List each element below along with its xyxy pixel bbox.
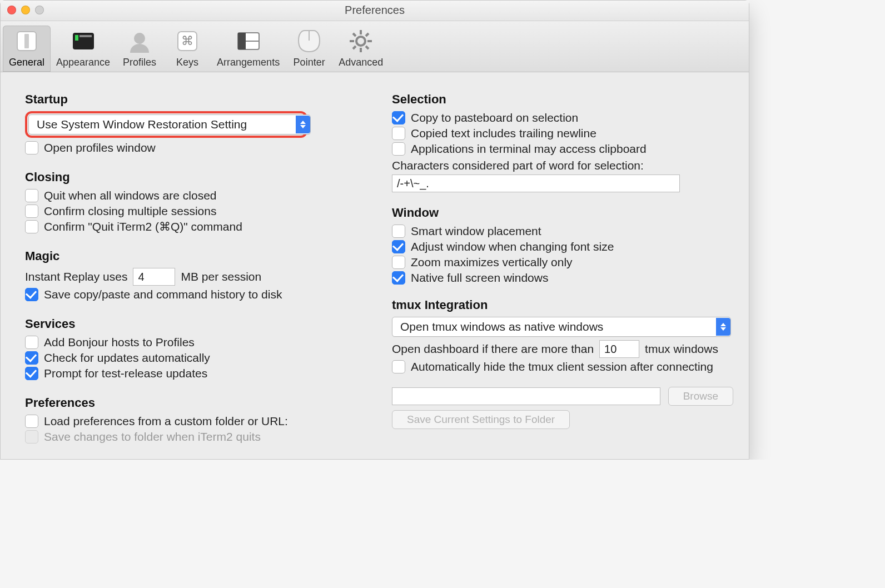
svg-line-20	[366, 33, 369, 36]
instant-replay-pre-label: Instant Replay uses	[25, 270, 127, 283]
preferences-heading: Preferences	[25, 396, 366, 410]
native-fullscreen-label: Native full screen windows	[411, 271, 548, 285]
startup-behavior-value: Use System Window Restoration Setting	[37, 118, 247, 131]
confirm-multi-sessions-checkbox[interactable]	[25, 205, 38, 218]
tmux-heading: tmux Integration	[392, 298, 733, 312]
toolbar-tab-label: General	[8, 57, 45, 68]
pointer-icon	[296, 28, 322, 54]
advanced-icon	[347, 28, 374, 54]
browse-button[interactable]: Browse	[668, 387, 733, 406]
zoom-vertical-checkbox[interactable]	[392, 256, 405, 269]
apps-clipboard-checkbox[interactable]	[392, 142, 405, 156]
svg-line-19	[353, 46, 356, 49]
tmux-dashboard-pre-label: Open dashboard if there are more than	[392, 342, 594, 356]
tmux-windows-popup[interactable]: Open tmux windows as native windows	[392, 317, 731, 337]
bonjour-checkbox[interactable]	[25, 336, 38, 349]
adjust-font-checkbox[interactable]	[392, 240, 405, 253]
general-icon	[13, 28, 40, 54]
svg-rect-3	[75, 35, 78, 41]
toolbar-tab-label: Advanced	[339, 57, 383, 68]
svg-rect-9	[238, 33, 246, 49]
quit-when-closed-label: Quit when all windows are closed	[44, 189, 217, 202]
open-profiles-window-checkbox[interactable]	[25, 141, 38, 155]
left-column: Startup Use System Window Restoration Se…	[25, 84, 366, 446]
svg-rect-1	[24, 34, 29, 48]
zoom-vertical-label: Zoom maximizes vertically only	[411, 256, 573, 269]
word-chars-label: Characters considered part of word for s…	[392, 159, 644, 172]
profiles-icon	[126, 28, 153, 54]
tmux-dashboard-count-input[interactable]	[599, 340, 639, 358]
toolbar-tab-keys[interactable]: ⌘Keys	[163, 26, 211, 72]
smart-placement-checkbox[interactable]	[392, 225, 405, 238]
window-title: Preferences	[1, 4, 749, 17]
chevron-updown-icon	[716, 318, 730, 336]
svg-line-18	[366, 46, 369, 49]
selection-heading: Selection	[392, 92, 733, 107]
startup-behavior-popup[interactable]: Use System Window Restoration Setting	[28, 114, 311, 134]
svg-text:⌘: ⌘	[181, 34, 193, 48]
window-heading: Window	[392, 206, 733, 220]
preferences-toolbar: GeneralAppearanceProfiles⌘KeysArrangemen…	[1, 21, 749, 72]
toolbar-tab-advanced[interactable]: Advanced	[333, 26, 389, 72]
chevron-updown-icon	[296, 116, 310, 133]
preferences-window: Preferences GeneralAppearanceProfiles⌘Ke…	[0, 0, 749, 460]
toolbar-tab-label: Keys	[169, 57, 206, 68]
test-release-checkbox[interactable]	[25, 367, 38, 380]
tmux-dashboard-post-label: tmux windows	[645, 342, 718, 356]
load-custom-folder-checkbox[interactable]	[25, 415, 38, 428]
trailing-newline-checkbox[interactable]	[392, 127, 405, 140]
copy-on-selection-label: Copy to pasteboard on selection	[411, 111, 578, 124]
tmux-autohide-label: Automatically hide the tmux client sessi…	[411, 360, 713, 373]
save-history-label: Save copy/paste and command history to d…	[44, 288, 282, 301]
save-history-checkbox[interactable]	[25, 288, 38, 301]
check-updates-checkbox[interactable]	[25, 351, 38, 365]
word-chars-input[interactable]	[392, 175, 680, 192]
svg-rect-4	[79, 35, 92, 37]
svg-point-5	[134, 33, 145, 44]
adjust-font-label: Adjust window when changing font size	[411, 240, 614, 253]
startup-heading: Startup	[25, 92, 366, 107]
instant-replay-mb-input[interactable]	[133, 268, 175, 286]
toolbar-tab-label: Arrangements	[217, 57, 280, 68]
toolbar-tab-general[interactable]: General	[3, 26, 51, 72]
tmux-windows-value: Open tmux windows as native windows	[400, 320, 603, 333]
native-fullscreen-checkbox[interactable]	[392, 271, 405, 285]
copy-on-selection-checkbox[interactable]	[392, 111, 405, 124]
toolbar-tab-label: Profiles	[121, 57, 158, 68]
toolbar-tab-label: Pointer	[291, 57, 327, 68]
keys-icon: ⌘	[174, 28, 201, 54]
tmux-autohide-checkbox[interactable]	[392, 360, 405, 373]
load-custom-folder-label: Load preferences from a custom folder or…	[44, 415, 288, 428]
toolbar-tab-appearance[interactable]: Appearance	[51, 26, 116, 72]
titlebar: Preferences	[1, 1, 749, 21]
instant-replay-post-label: MB per session	[181, 270, 261, 283]
closing-heading: Closing	[25, 170, 366, 185]
confirm-quit-label: Confirm "Quit iTerm2 (⌘Q)" command	[44, 220, 242, 233]
custom-folder-path-input[interactable]	[392, 387, 660, 405]
appearance-icon	[70, 28, 97, 54]
bonjour-label: Add Bonjour hosts to Profiles	[44, 336, 195, 349]
toolbar-tab-label: Appearance	[56, 57, 110, 68]
check-updates-label: Check for updates automatically	[44, 351, 210, 365]
magic-heading: Magic	[25, 249, 366, 263]
confirm-multi-sessions-label: Confirm closing multiple sessions	[44, 205, 216, 218]
confirm-quit-checkbox[interactable]	[25, 220, 38, 233]
right-column: Selection Copy to pasteboard on selectio…	[375, 84, 733, 446]
smart-placement-label: Smart window placement	[411, 225, 541, 238]
trailing-newline-label: Copied text includes trailing newline	[411, 127, 596, 140]
toolbar-tab-pointer[interactable]: Pointer	[285, 26, 333, 72]
svg-line-17	[353, 33, 356, 36]
save-on-quit-checkbox	[25, 430, 38, 444]
services-heading: Services	[25, 317, 366, 331]
save-on-quit-label: Save changes to folder when iTerm2 quits	[44, 430, 261, 444]
general-pane: Startup Use System Window Restoration Se…	[1, 72, 749, 459]
svg-point-12	[356, 37, 365, 46]
arrangements-icon	[235, 28, 262, 54]
save-settings-to-folder-button[interactable]: Save Current Settings to Folder	[392, 410, 570, 429]
toolbar-tab-profiles[interactable]: Profiles	[116, 26, 163, 72]
test-release-label: Prompt for test-release updates	[44, 367, 207, 380]
open-profiles-window-label: Open profiles window	[44, 141, 156, 155]
highlight-box: Use System Window Restoration Setting	[25, 111, 307, 138]
quit-when-closed-checkbox[interactable]	[25, 189, 38, 202]
toolbar-tab-arrangements[interactable]: Arrangements	[211, 26, 285, 72]
